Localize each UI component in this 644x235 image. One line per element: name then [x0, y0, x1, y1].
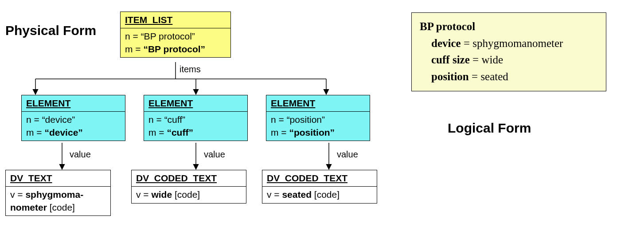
element-body: n = “position” m = “position”	[266, 112, 370, 141]
dv-coded-text-box: DV_CODED_TEXT v = wide [code]	[131, 170, 246, 204]
element-header: ELEMENT	[22, 95, 125, 112]
logical-title: BP protocol	[420, 20, 475, 32]
element-box-position: ELEMENT n = “position” m = “position”	[266, 95, 370, 141]
element-header: ELEMENT	[266, 95, 370, 112]
dv-text-box: DV_TEXT v = sphygmoma- nometer [code]	[5, 170, 111, 216]
dv-body: v = seated [code]	[262, 187, 377, 203]
dv-body: v = wide [code]	[132, 187, 246, 203]
item-list-body: n = “BP protocol” m = “BP protocol”	[121, 28, 230, 57]
element-box-device: ELEMENT n = “device” m = “device”	[21, 95, 125, 141]
dv-body: v = sphygmoma- nometer [code]	[6, 187, 110, 215]
value-edge-label: value	[204, 149, 225, 160]
value-edge-label: value	[337, 149, 358, 160]
dv-header: DV_CODED_TEXT	[262, 170, 377, 187]
item-list-header: ITEM_LIST	[121, 12, 230, 28]
element-header: ELEMENT	[144, 95, 247, 112]
item-list-box: ITEM_LIST n = “BP protocol” m = “BP prot…	[120, 12, 231, 58]
value-edge-label: value	[70, 149, 91, 160]
physical-form-heading: Physical Form	[5, 23, 96, 38]
logical-form-heading: Logical Form	[448, 121, 531, 136]
element-body: n = “device” m = “device”	[22, 112, 125, 141]
dv-coded-text-box: DV_CODED_TEXT v = seated [code]	[262, 170, 377, 204]
dv-header: DV_CODED_TEXT	[132, 170, 246, 187]
logical-form-box: BP protocol device = sphygmomanometer cu…	[411, 12, 606, 91]
element-body: n = “cuff” m = “cuff”	[144, 112, 247, 141]
dv-header: DV_TEXT	[6, 170, 110, 187]
items-edge-label: items	[180, 64, 201, 74]
element-box-cuff: ELEMENT n = “cuff” m = “cuff”	[144, 95, 248, 141]
